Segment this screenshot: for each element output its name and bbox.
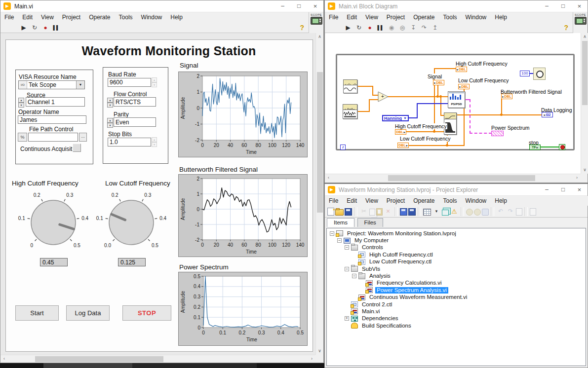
project-windows-icon[interactable] <box>442 210 449 216</box>
stop-button[interactable]: STOP <box>122 305 171 321</box>
tree-item-frequency-calculations-vi[interactable]: Frequency Calculations.vi <box>327 280 586 287</box>
flow-control-spinner[interactable]: ▲▼ <box>107 98 113 107</box>
parity-field[interactable]: Even <box>114 117 156 127</box>
block-diagram-hscrollbar[interactable]: ‹ › <box>325 174 581 182</box>
visa-resource-combo[interactable]: I/O Tek Scope ▼ <box>18 80 85 89</box>
menu-tools[interactable]: Tools <box>443 14 457 21</box>
menu-view[interactable]: View <box>365 197 378 204</box>
wait-ms-constant[interactable]: 100 <box>520 71 530 76</box>
continuous-acquisition-checkbox[interactable] <box>73 144 81 152</box>
minimize-button[interactable]: – <box>539 184 555 195</box>
scroll-down-icon[interactable]: ∨ <box>581 166 588 174</box>
pause-icon[interactable]: ▌▌ <box>52 23 61 32</box>
wait-ms-icon[interactable] <box>533 68 546 80</box>
menu-window[interactable]: Window <box>141 14 162 21</box>
tree-item-power-spectrum-analysis-vi[interactable]: Power Spectrum Analysis.vi <box>327 287 586 294</box>
block-diagram-titlebar[interactable]: ▶ Main.vi Block Diagram – □ × <box>325 0 588 12</box>
tree-item-subvis[interactable]: −SubVIs <box>327 265 586 272</box>
tree-item-main-vi[interactable]: Main.vi <box>327 308 586 315</box>
loop-condition-terminal[interactable] <box>559 144 565 150</box>
menu-project[interactable]: Project <box>387 197 405 204</box>
menu-window[interactable]: Window <box>466 14 487 21</box>
source-field[interactable]: Channel 1 <box>26 97 85 107</box>
menu-file[interactable]: File <box>4 14 14 21</box>
view-columns-icon[interactable] <box>423 209 431 216</box>
tree-item-analysis[interactable]: −Analysis <box>327 272 586 279</box>
maximize-button[interactable]: □ <box>555 184 571 195</box>
view-columns-dropdown-icon[interactable]: ▾ <box>432 207 441 216</box>
browse-button[interactable]: ... <box>79 133 87 142</box>
low-cutoff-indicator-terminal[interactable]: DBL <box>458 84 470 89</box>
run-icon[interactable]: ▶ <box>344 23 353 32</box>
menu-project[interactable]: Project <box>387 14 405 21</box>
parity-spinner[interactable]: ▲▼ <box>107 118 113 127</box>
front-panel-titlebar[interactable]: ▶ Main.vi – □ × <box>0 0 323 12</box>
close-button[interactable]: × <box>571 184 588 195</box>
redo-icon[interactable]: ↷ <box>506 207 515 216</box>
undo-icon[interactable]: ↶ <box>496 207 505 216</box>
data-logging-terminal[interactable]: I32 <box>542 112 553 117</box>
expand-toggle-minus[interactable]: − <box>330 231 334 236</box>
menu-tools[interactable]: Tools <box>119 14 133 21</box>
add-function[interactable]: + <box>378 91 389 102</box>
menu-file[interactable]: File <box>329 14 338 21</box>
block-diagram-vscrollbar[interactable]: ∧ ∨ <box>581 33 588 174</box>
scroll-right-icon[interactable]: › <box>573 174 581 182</box>
scroll-down-icon[interactable]: ∨ <box>316 347 323 355</box>
noise-waveform-vi-icon[interactable] <box>343 104 357 119</box>
high-cutoff-control-terminal[interactable]: DBL <box>395 129 406 135</box>
path-type-icon[interactable]: % <box>18 133 27 142</box>
front-panel-vscrollbar[interactable]: ∧ ∨ <box>315 33 323 355</box>
menu-help[interactable]: Help <box>170 14 183 21</box>
expand-toggle-minus[interactable]: − <box>345 245 349 250</box>
high-cutoff-value[interactable]: 0.45 <box>40 258 68 266</box>
iteration-terminal[interactable]: i <box>340 145 346 150</box>
paste-icon[interactable] <box>376 208 383 216</box>
menu-edit[interactable]: Edit <box>22 14 33 21</box>
menu-tools[interactable]: Tools <box>443 197 457 204</box>
maximize-button[interactable]: □ <box>291 0 307 12</box>
vscroll-thumb[interactable] <box>317 72 323 213</box>
minimize-button[interactable]: – <box>274 0 291 12</box>
spectral-measurements-vi-icon[interactable]: PS/PSD <box>448 91 465 108</box>
low-cutoff-dial[interactable]: 0.00.10.20.30.40.5 <box>91 187 170 250</box>
hscroll-thumb[interactable] <box>35 356 163 362</box>
expand-toggle-minus[interactable]: − <box>337 238 342 243</box>
expand-toggle-plus[interactable]: + <box>345 316 349 321</box>
high-cutoff-indicator-terminal[interactable]: DBL <box>456 67 467 72</box>
stop-bits-spinner[interactable]: ▲▼ <box>152 137 157 147</box>
abort-icon[interactable]: ● <box>41 23 50 32</box>
menu-view[interactable]: View <box>41 14 54 21</box>
tree-item-low-cutoff-frequency-ctl[interactable]: Low Cutoff Frequency.ctl <box>327 258 586 265</box>
low-cutoff-control-terminal[interactable]: DBL <box>397 143 409 148</box>
tree-item-high-cutoff-frequency-ctl[interactable]: High Cutoff Frequency.ctl <box>327 251 586 258</box>
retain-wire-values-icon[interactable]: ◎ <box>398 23 407 32</box>
power-spectrum-terminal[interactable] <box>491 131 504 136</box>
sine-waveform-vi-icon[interactable] <box>343 79 357 93</box>
minimize-button[interactable]: – <box>539 0 555 12</box>
tree-item-controls[interactable]: −Controls <box>327 244 586 251</box>
scroll-left-icon[interactable]: ‹ <box>0 355 8 363</box>
stop-terminal[interactable]: TF <box>529 145 541 150</box>
project-explorer-titlebar[interactable]: ▶ Waveform Monitoring Station.lvproj - P… <box>325 184 588 196</box>
highlight-execution-icon[interactable]: ◉ <box>387 23 396 32</box>
run-continuous-icon[interactable]: ↻ <box>354 23 363 32</box>
warnings-icon[interactable]: ⚠ <box>450 207 459 216</box>
high-cutoff-dial[interactable]: 00.10.20.30.40.5 <box>13 187 92 250</box>
tree-item-my-computer[interactable]: −My Computer <box>327 237 586 244</box>
copy-icon[interactable] <box>369 209 375 216</box>
tree-item-dependencies[interactable]: +Dependencies <box>327 315 586 322</box>
menu-help[interactable]: Help <box>495 14 507 21</box>
tree-item-build-specifications[interactable]: Build Specifications <box>327 322 586 329</box>
low-cutoff-value[interactable]: 0.125 <box>118 258 146 266</box>
hscroll-thumb[interactable] <box>388 175 535 181</box>
signal-terminal[interactable]: DBL <box>433 80 444 85</box>
save-all-icon[interactable] <box>345 208 352 216</box>
run-icon[interactable]: ▶ <box>19 23 28 32</box>
run-continuous-icon[interactable]: ↻ <box>30 23 39 32</box>
context-help-icon[interactable]: ? <box>300 24 304 32</box>
baud-rate-field[interactable]: 9600 <box>108 78 151 87</box>
scroll-right-icon[interactable]: › <box>308 355 315 363</box>
start-button[interactable]: Start <box>15 305 59 321</box>
run-on-target-icon[interactable] <box>482 209 489 216</box>
